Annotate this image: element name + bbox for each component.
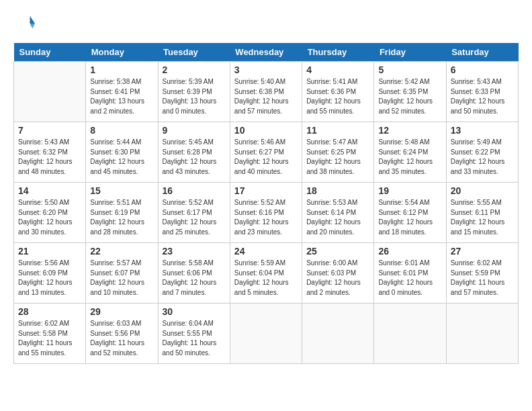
day-info: Sunrise: 5:42 AM Sunset: 6:35 PM Dayligh…	[378, 77, 441, 116]
calendar-cell: 14Sunrise: 5:50 AM Sunset: 6:20 PM Dayli…	[14, 183, 86, 243]
calendar-cell: 21Sunrise: 5:56 AM Sunset: 6:09 PM Dayli…	[14, 243, 86, 304]
day-info: Sunrise: 5:59 AM Sunset: 6:04 PM Dayligh…	[234, 259, 298, 298]
day-info: Sunrise: 6:02 AM Sunset: 5:59 PM Dayligh…	[451, 259, 514, 298]
calendar-cell: 13Sunrise: 5:49 AM Sunset: 6:22 PM Dayli…	[446, 122, 518, 183]
day-info: Sunrise: 5:54 AM Sunset: 6:12 PM Dayligh…	[378, 198, 441, 237]
day-number: 13	[451, 125, 514, 136]
calendar-week-5: 28Sunrise: 6:02 AM Sunset: 5:58 PM Dayli…	[14, 304, 519, 364]
calendar-cell: 25Sunrise: 6:00 AM Sunset: 6:03 PM Dayli…	[302, 243, 374, 304]
logo	[13, 13, 35, 36]
day-number: 7	[18, 125, 81, 136]
day-number: 28	[18, 306, 81, 317]
day-number: 29	[90, 306, 153, 317]
svg-marker-0	[30, 16, 36, 24]
calendar-cell: 30Sunrise: 6:04 AM Sunset: 5:55 PM Dayli…	[158, 304, 230, 364]
day-number: 8	[90, 125, 153, 136]
day-number: 20	[451, 185, 514, 196]
calendar-cell: 2Sunrise: 5:39 AM Sunset: 6:39 PM Daylig…	[158, 62, 230, 122]
day-number: 4	[306, 64, 369, 75]
day-number: 3	[234, 64, 298, 75]
calendar-cell: 7Sunrise: 5:43 AM Sunset: 6:32 PM Daylig…	[14, 122, 86, 183]
day-number: 30	[163, 306, 226, 317]
calendar-cell: 17Sunrise: 5:52 AM Sunset: 6:16 PM Dayli…	[230, 183, 302, 243]
day-info: Sunrise: 5:44 AM Sunset: 6:30 PM Dayligh…	[90, 138, 153, 177]
day-info: Sunrise: 5:41 AM Sunset: 6:36 PM Dayligh…	[306, 77, 369, 116]
day-info: Sunrise: 5:45 AM Sunset: 6:28 PM Dayligh…	[163, 138, 226, 177]
day-number: 22	[90, 246, 153, 257]
day-info: Sunrise: 5:49 AM Sunset: 6:22 PM Dayligh…	[451, 138, 514, 177]
day-info: Sunrise: 5:53 AM Sunset: 6:14 PM Dayligh…	[306, 198, 369, 237]
day-number: 17	[234, 185, 298, 196]
day-header-saturday: Saturday	[446, 43, 518, 62]
day-number: 1	[90, 64, 153, 75]
calendar-cell: 23Sunrise: 5:58 AM Sunset: 6:06 PM Dayli…	[158, 243, 230, 304]
calendar-cell: 12Sunrise: 5:48 AM Sunset: 6:24 PM Dayli…	[374, 122, 446, 183]
day-number: 2	[163, 64, 226, 75]
calendar-cell: 3Sunrise: 5:40 AM Sunset: 6:38 PM Daylig…	[230, 62, 302, 122]
calendar-cell: 8Sunrise: 5:44 AM Sunset: 6:30 PM Daylig…	[86, 122, 158, 183]
calendar-cell: 1Sunrise: 5:38 AM Sunset: 6:41 PM Daylig…	[86, 62, 158, 122]
calendar-cell	[374, 304, 446, 364]
calendar-cell: 16Sunrise: 5:52 AM Sunset: 6:17 PM Dayli…	[158, 183, 230, 243]
calendar-week-3: 14Sunrise: 5:50 AM Sunset: 6:20 PM Dayli…	[14, 183, 519, 243]
day-number: 18	[306, 185, 369, 196]
day-info: Sunrise: 5:47 AM Sunset: 6:25 PM Dayligh…	[306, 138, 369, 177]
calendar-week-4: 21Sunrise: 5:56 AM Sunset: 6:09 PM Dayli…	[14, 243, 519, 304]
calendar-cell	[14, 62, 86, 122]
day-header-sunday: Sunday	[14, 43, 86, 62]
day-info: Sunrise: 5:57 AM Sunset: 6:07 PM Dayligh…	[90, 259, 153, 298]
day-info: Sunrise: 5:40 AM Sunset: 6:38 PM Dayligh…	[234, 77, 298, 116]
day-info: Sunrise: 6:02 AM Sunset: 5:58 PM Dayligh…	[18, 319, 81, 358]
day-number: 16	[163, 185, 226, 196]
day-header-tuesday: Tuesday	[158, 43, 230, 62]
calendar-cell: 15Sunrise: 5:51 AM Sunset: 6:19 PM Dayli…	[86, 183, 158, 243]
day-info: Sunrise: 6:04 AM Sunset: 5:55 PM Dayligh…	[163, 319, 226, 358]
calendar-cell: 4Sunrise: 5:41 AM Sunset: 6:36 PM Daylig…	[302, 62, 374, 122]
day-info: Sunrise: 5:48 AM Sunset: 6:24 PM Dayligh…	[378, 138, 441, 177]
day-number: 6	[451, 64, 514, 75]
day-info: Sunrise: 5:50 AM Sunset: 6:20 PM Dayligh…	[18, 198, 81, 237]
day-number: 12	[378, 125, 441, 136]
day-info: Sunrise: 5:46 AM Sunset: 6:27 PM Dayligh…	[234, 138, 298, 177]
calendar-cell: 27Sunrise: 6:02 AM Sunset: 5:59 PM Dayli…	[446, 243, 518, 304]
calendar-cell	[446, 304, 518, 364]
calendar-cell: 11Sunrise: 5:47 AM Sunset: 6:25 PM Dayli…	[302, 122, 374, 183]
day-number: 15	[90, 185, 153, 196]
day-info: Sunrise: 5:52 AM Sunset: 6:17 PM Dayligh…	[163, 198, 226, 237]
day-number: 27	[451, 246, 514, 257]
day-header-monday: Monday	[86, 43, 158, 62]
day-header-wednesday: Wednesday	[230, 43, 302, 62]
day-info: Sunrise: 6:00 AM Sunset: 6:03 PM Dayligh…	[306, 259, 369, 298]
day-number: 21	[18, 246, 81, 257]
calendar-cell: 18Sunrise: 5:53 AM Sunset: 6:14 PM Dayli…	[302, 183, 374, 243]
calendar-cell: 19Sunrise: 5:54 AM Sunset: 6:12 PM Dayli…	[374, 183, 446, 243]
calendar-week-2: 7Sunrise: 5:43 AM Sunset: 6:32 PM Daylig…	[14, 122, 519, 183]
calendar-cell	[302, 304, 374, 364]
day-info: Sunrise: 5:52 AM Sunset: 6:16 PM Dayligh…	[234, 198, 298, 237]
day-info: Sunrise: 6:03 AM Sunset: 5:56 PM Dayligh…	[90, 319, 153, 358]
day-info: Sunrise: 5:43 AM Sunset: 6:33 PM Dayligh…	[451, 77, 514, 116]
day-number: 10	[234, 125, 298, 136]
calendar-table: SundayMondayTuesdayWednesdayThursdayFrid…	[13, 43, 519, 364]
day-number: 23	[163, 246, 226, 257]
day-number: 9	[163, 125, 226, 136]
calendar-cell: 9Sunrise: 5:45 AM Sunset: 6:28 PM Daylig…	[158, 122, 230, 183]
calendar-cell: 24Sunrise: 5:59 AM Sunset: 6:04 PM Dayli…	[230, 243, 302, 304]
day-info: Sunrise: 5:55 AM Sunset: 6:11 PM Dayligh…	[451, 198, 514, 237]
day-info: Sunrise: 5:51 AM Sunset: 6:19 PM Dayligh…	[90, 198, 153, 237]
calendar-cell: 26Sunrise: 6:01 AM Sunset: 6:01 PM Dayli…	[374, 243, 446, 304]
day-number: 25	[306, 246, 369, 257]
day-info: Sunrise: 5:58 AM Sunset: 6:06 PM Dayligh…	[163, 259, 226, 298]
svg-marker-1	[30, 24, 36, 29]
calendar-cell: 28Sunrise: 6:02 AM Sunset: 5:58 PM Dayli…	[14, 304, 86, 364]
day-number: 19	[378, 185, 441, 196]
day-info: Sunrise: 5:38 AM Sunset: 6:41 PM Dayligh…	[90, 77, 153, 116]
day-number: 14	[18, 185, 81, 196]
calendar-cell: 22Sunrise: 5:57 AM Sunset: 6:07 PM Dayli…	[86, 243, 158, 304]
page-header	[13, 13, 519, 36]
calendar-cell: 20Sunrise: 5:55 AM Sunset: 6:11 PM Dayli…	[446, 183, 518, 243]
day-number: 5	[378, 64, 441, 75]
day-header-thursday: Thursday	[302, 43, 374, 62]
calendar-cell: 5Sunrise: 5:42 AM Sunset: 6:35 PM Daylig…	[374, 62, 446, 122]
day-info: Sunrise: 5:39 AM Sunset: 6:39 PM Dayligh…	[163, 77, 226, 116]
